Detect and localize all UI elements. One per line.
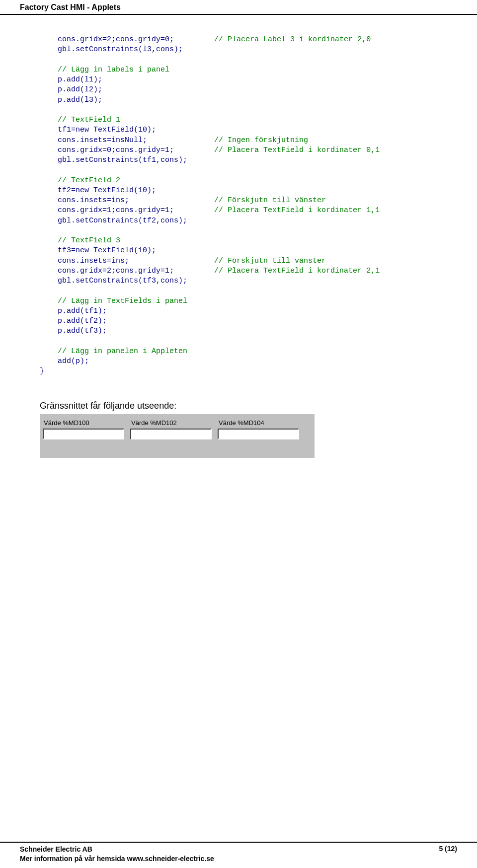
code-line: tf1=new TextField(10); <box>58 126 156 134</box>
code-comment: // Lägg in panelen i Appleten <box>58 347 187 356</box>
code-line: tf3=new TextField(10); <box>58 246 156 255</box>
code-comment: // Ingen förskjutning <box>214 136 308 145</box>
code-comment: // Placera TextField i kordinater 2,1 <box>214 267 380 275</box>
md100-input[interactable] <box>43 429 124 439</box>
field-block: Värde %MD104 <box>218 418 299 454</box>
field-label: Värde %MD104 <box>218 418 299 429</box>
code-comment: // Lägg in labels i panel <box>58 66 169 74</box>
code-comment: // Förskjutn till vänster <box>214 257 326 265</box>
code-comment: // Lägg in TextFields i panel <box>58 297 187 305</box>
code-comment: // TextField 3 <box>58 236 120 245</box>
code-line: p.add(tf1); <box>58 307 107 315</box>
field-label: Värde %MD102 <box>130 418 212 429</box>
section-title: Gränssnittet får följande utseende: <box>40 401 437 411</box>
code-line: gbl.setConstraints(tf2,cons); <box>58 217 187 225</box>
code-line: cons.gridx=2;cons.gridy=0; <box>58 35 174 44</box>
md102-input[interactable] <box>130 429 212 439</box>
code-line: p.add(tf3); <box>58 327 107 335</box>
code-line: cons.insets=ins; <box>58 196 129 205</box>
code-line: cons.gridx=0;cons.gridy=1; <box>58 146 174 154</box>
code-line: p.add(l1); <box>58 75 102 84</box>
field-block: Värde %MD100 <box>43 418 124 454</box>
footer-page: 5 (12) <box>439 845 457 853</box>
field-block: Värde %MD102 <box>130 418 212 454</box>
code-line: p.add(l2); <box>58 85 102 94</box>
code-line: add(p); <box>58 357 89 365</box>
code-line: cons.gridx=1;cons.gridy=1; <box>58 206 174 215</box>
code-comment: // Förskjutn till vänster <box>214 196 326 205</box>
code-comment: // TextField 1 <box>58 116 120 124</box>
code-line: p.add(tf2); <box>58 317 107 325</box>
md104-input[interactable] <box>218 429 299 439</box>
code-comment: // TextField 2 <box>58 176 120 185</box>
code-comment: // Placera Label 3 i kordinater 2,0 <box>214 35 371 44</box>
footer-company: Schneider Electric AB <box>20 845 214 855</box>
document-page: Factory Cast HMI - Applets cons.gridx=2;… <box>0 0 477 868</box>
code-block: cons.gridx=2;cons.gridy=0; // Placera La… <box>40 35 437 377</box>
page-content: cons.gridx=2;cons.gridy=0; // Placera La… <box>0 15 477 458</box>
code-comment: // Placera TextField i kordinater 0,1 <box>214 146 380 154</box>
code-line: cons.insets=insNull; <box>58 136 147 145</box>
applet-panel: Värde %MD100 Värde %MD102 Värde %MD104 <box>40 414 315 458</box>
footer-info: Mer information på vår hemsida www.schne… <box>20 854 214 864</box>
page-footer: Schneider Electric AB Mer information på… <box>0 842 477 864</box>
code-line: cons.insets=ins; <box>58 257 129 265</box>
code-comment: // Placera TextField i kordinater 1,1 <box>214 206 380 215</box>
code-line: cons.gridx=2;cons.gridy=1; <box>58 267 174 275</box>
page-header: Factory Cast HMI - Applets <box>0 0 477 15</box>
code-line: } <box>40 367 44 375</box>
field-label: Värde %MD100 <box>43 418 124 429</box>
code-line: tf2=new TextField(10); <box>58 186 156 195</box>
code-line: gbl.setConstraints(tf1,cons); <box>58 156 187 164</box>
code-line: p.add(l3); <box>58 96 102 104</box>
code-line: gbl.setConstraints(l3,cons); <box>58 45 183 54</box>
code-line: gbl.setConstraints(tf3,cons); <box>58 277 187 285</box>
